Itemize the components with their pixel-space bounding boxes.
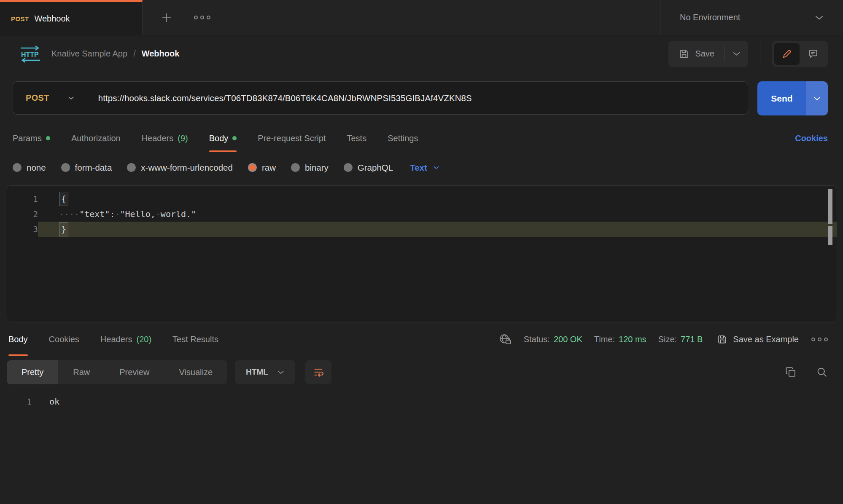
radio-raw[interactable]: raw <box>248 163 276 173</box>
breadcrumb-request-title: Webhook <box>142 49 180 59</box>
send-button[interactable]: Send <box>757 81 806 115</box>
tab-title: Webhook <box>34 14 70 24</box>
body-dot <box>232 136 237 140</box>
comments-toggle[interactable] <box>800 43 826 65</box>
response-meta: Status: 200 OK Time: 120 ms Size: 771 B … <box>498 333 828 346</box>
response-line-1: 1 ok <box>0 394 843 409</box>
radio-binary[interactable]: binary <box>291 163 329 173</box>
editor-cursor-marker <box>828 226 832 245</box>
size-value: 771 B <box>681 335 703 344</box>
wrap-lines-button[interactable] <box>305 360 331 384</box>
close-brace: } <box>59 222 68 236</box>
view-pretty[interactable]: Pretty <box>7 360 58 384</box>
save-label: Save <box>695 49 714 59</box>
response-tab-body[interactable]: Body <box>8 322 28 356</box>
tab-actions <box>143 0 660 35</box>
response-tabs: Body Cookies Headers (20) Test Results <box>8 322 218 356</box>
save-button-group: Save <box>668 41 748 67</box>
pencil-icon <box>781 48 792 59</box>
cookies-link[interactable]: Cookies <box>795 134 828 143</box>
radio-form-data[interactable]: form-data <box>61 163 112 173</box>
view-visualize[interactable]: Visualize <box>164 360 227 384</box>
breadcrumb-collection[interactable]: Knative Sample App <box>51 49 127 59</box>
url-bar: POST https://hooks.slack.com/services/T0… <box>13 81 748 115</box>
save-button[interactable]: Save <box>668 41 724 67</box>
editor-line-3: 3 } <box>6 222 837 237</box>
editor-scrollbar[interactable] <box>828 189 832 224</box>
environment-label: No Environment <box>680 13 740 22</box>
time-group: Time: 120 ms <box>594 335 646 344</box>
edit-request-toggle[interactable] <box>774 43 800 65</box>
editor-line-1: 1 { <box>6 191 837 206</box>
http-protocol-icon: HTTP <box>19 45 42 63</box>
line-number: 1 <box>0 397 32 406</box>
status-value: 200 OK <box>554 335 582 344</box>
view-raw[interactable]: Raw <box>58 360 105 384</box>
search-icon <box>816 366 828 378</box>
request-tab-webhook[interactable]: POST Webhook <box>0 0 143 35</box>
response-format-selector[interactable]: HTML <box>235 360 295 384</box>
line-number: 2 <box>6 209 38 219</box>
chevron-down-icon <box>813 97 821 101</box>
tab-params[interactable]: Params <box>13 124 50 152</box>
line-number: 3 <box>6 225 38 234</box>
request-tabs: Params Authorization Headers (9) Body Pr… <box>0 124 843 152</box>
radio-none[interactable]: none <box>13 163 46 173</box>
response-body[interactable]: 1 ok <box>0 388 843 409</box>
response-more-icon[interactable] <box>811 338 828 341</box>
radio-x-www-form-urlencoded[interactable]: x-www-form-urlencoded <box>127 163 233 173</box>
response-headers-count: (20) <box>136 335 151 344</box>
chevron-down-icon <box>815 15 824 20</box>
response-text: ok <box>32 397 59 407</box>
save-as-example-button[interactable]: Save as Example <box>717 334 799 345</box>
body-type-row: none form-data x-www-form-urlencoded raw… <box>0 152 843 183</box>
side-panel-toggle-group <box>772 41 828 67</box>
response-tab-test-results[interactable]: Test Results <box>172 322 218 356</box>
tab-bar: POST Webhook No Environment <box>0 0 843 35</box>
time-label: Time: <box>594 335 615 344</box>
chevron-down-icon <box>733 51 741 56</box>
chevron-down-icon <box>433 166 439 169</box>
save-icon <box>679 48 689 59</box>
wrap-lines-icon <box>312 366 324 378</box>
chevron-down-icon <box>68 96 74 100</box>
environment-selector[interactable]: No Environment <box>660 0 843 35</box>
headers-count: (9) <box>178 134 188 143</box>
search-response-button[interactable] <box>816 366 828 378</box>
copy-icon <box>785 366 797 378</box>
request-header: HTTP Knative Sample App / Webhook Save <box>0 35 843 72</box>
method-selector[interactable]: POST <box>13 82 87 114</box>
raw-language-selector[interactable]: Text <box>410 163 439 173</box>
breadcrumb-separator: / <box>133 49 136 59</box>
tab-method-badge: POST <box>11 15 29 22</box>
tab-headers[interactable]: Headers (9) <box>142 124 188 152</box>
send-options-button[interactable] <box>806 81 828 115</box>
send-button-group: Send <box>757 81 828 115</box>
response-tab-headers[interactable]: Headers (20) <box>100 322 151 356</box>
time-value: 120 ms <box>619 335 646 344</box>
radio-graphql[interactable]: GraphQL <box>344 163 393 173</box>
response-view-switcher: Pretty Raw Preview Visualize <box>7 360 227 384</box>
view-preview[interactable]: Preview <box>105 360 164 384</box>
url-input[interactable]: https://hooks.slack.com/services/T06TD83… <box>87 93 483 103</box>
open-brace: { <box>59 192 68 206</box>
copy-response-button[interactable] <box>785 366 797 378</box>
tab-more-icon[interactable] <box>194 16 210 19</box>
new-tab-icon[interactable] <box>160 11 173 24</box>
save-icon <box>717 334 727 345</box>
status-label: Status: <box>524 335 550 344</box>
request-body-editor[interactable]: 1 { 2 ····"text":·"Hello,·world." 3 } <box>6 185 837 322</box>
tab-tests[interactable]: Tests <box>347 124 366 152</box>
network-globe-lock-icon[interactable] <box>498 333 512 346</box>
save-options-button[interactable] <box>725 41 748 67</box>
response-toolbar: Pretty Raw Preview Visualize HTML <box>0 356 843 388</box>
method-label: POST <box>26 93 49 103</box>
line-number: 1 <box>6 194 38 204</box>
svg-text:HTTP: HTTP <box>21 51 39 58</box>
tab-authorization[interactable]: Authorization <box>71 124 121 152</box>
tab-settings[interactable]: Settings <box>388 124 418 152</box>
tab-body[interactable]: Body <box>209 124 237 152</box>
response-tab-cookies[interactable]: Cookies <box>49 322 79 356</box>
tab-prerequest-script[interactable]: Pre-request Script <box>258 124 326 152</box>
response-header: Body Cookies Headers (20) Test Results S… <box>0 322 843 356</box>
